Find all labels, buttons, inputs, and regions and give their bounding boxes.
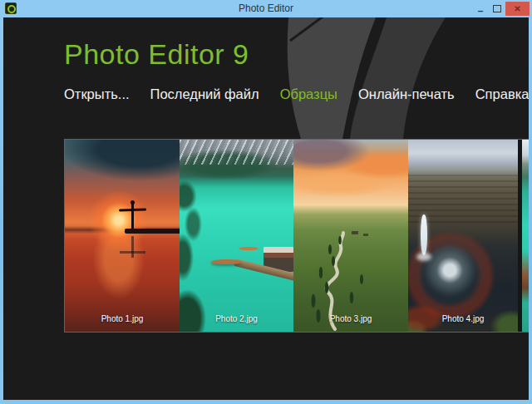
waterfall [421, 214, 427, 255]
menu-item-online-print[interactable]: Онлайн-печать [358, 86, 455, 102]
titlebar[interactable]: Photo Editor – ✕ [0, 0, 532, 17]
photo-thumbnail-2[interactable]: Photo 2.jpg [180, 140, 293, 332]
minimize-button[interactable]: – [472, 2, 489, 16]
photo-filename: Photo 3.jpg [293, 314, 408, 323]
menu-item-samples[interactable]: Образцы [280, 86, 337, 102]
main-menu: Открыть... Последний файл Образцы Онлайн… [64, 86, 529, 102]
person-reflection [131, 236, 134, 258]
photo-thumbnail-next-partial[interactable] [522, 140, 529, 332]
window-title: Photo Editor [0, 0, 532, 17]
boat [211, 259, 241, 264]
photo-filename: Photo 4.jpg [408, 314, 518, 323]
person-silhouette [131, 204, 134, 229]
photo-thumbnail-4[interactable]: Photo 4.jpg [408, 140, 518, 332]
photo-filename: Photo 2.jpg [180, 314, 293, 323]
maximize-button[interactable] [489, 2, 505, 16]
close-button[interactable]: ✕ [505, 2, 530, 16]
pine-trees [180, 166, 219, 332]
sample-gallery: Photo 1.jpg Photo 2.jpg [64, 139, 529, 333]
mountain-ridge [180, 140, 293, 165]
photo-filename: Photo 1.jpg [65, 314, 180, 323]
maximize-icon [493, 5, 501, 12]
menu-item-recent-file[interactable]: Последний файл [150, 86, 259, 102]
winding-road-graphic [293, 140, 408, 332]
page-title: Photo Editor 9 [3, 17, 529, 71]
menu-item-help[interactable]: Справка [475, 86, 529, 102]
main-content: Photo Editor 9 Открыть... Последний файл… [3, 17, 529, 400]
menu-item-open[interactable]: Открыть... [64, 86, 130, 102]
photo-thumbnail-3[interactable]: Photo 3.jpg [293, 140, 408, 332]
boat [239, 247, 258, 250]
window-controls: – ✕ [472, 2, 530, 16]
app-window: Photo Editor – ✕ Photo Editor 9 Открыть.… [0, 0, 532, 404]
photo-thumbnail-1[interactable]: Photo 1.jpg [65, 140, 180, 332]
